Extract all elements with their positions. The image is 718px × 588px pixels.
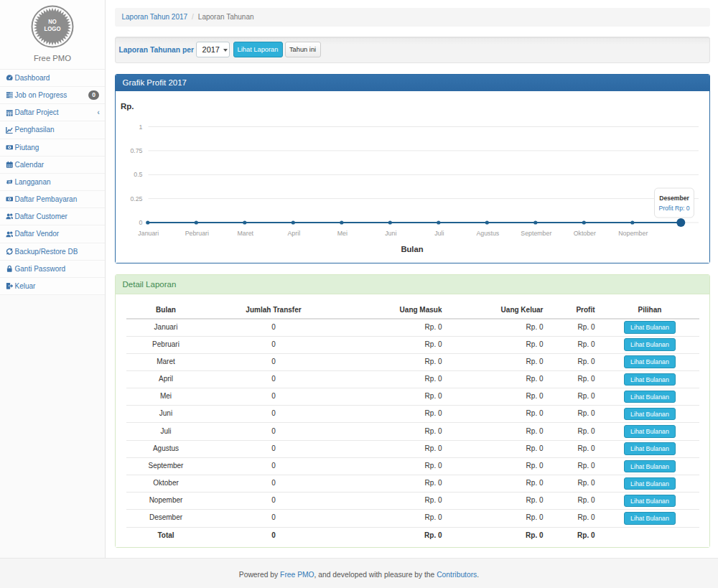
svg-text:Profit Rp: 0: Profit Rp: 0	[658, 204, 689, 211]
svg-text:NO: NO	[48, 17, 57, 25]
svg-text:Nopember: Nopember	[618, 230, 648, 237]
svg-text:Juni: Juni	[385, 230, 396, 237]
svg-text:Rp.: Rp.	[121, 102, 134, 111]
svg-text:0: 0	[139, 219, 142, 226]
svg-text:April: April	[287, 230, 300, 237]
svg-text:0.5: 0.5	[134, 171, 142, 178]
svg-text:LOGO: LOGO	[45, 24, 61, 32]
svg-text:Januari: Januari	[138, 230, 159, 237]
svg-text:Mei: Mei	[337, 230, 347, 237]
svg-text:Maret: Maret	[237, 230, 253, 237]
svg-text:September: September	[521, 230, 551, 237]
svg-text:Oktober: Oktober	[573, 230, 595, 237]
svg-text:1: 1	[139, 123, 142, 130]
svg-text:Pebruari: Pebruari	[185, 230, 208, 237]
svg-text:0.25: 0.25	[130, 195, 142, 202]
svg-text:Desember: Desember	[659, 194, 689, 201]
svg-text:0.75: 0.75	[130, 146, 142, 154]
svg-text:Juli: Juli	[434, 230, 444, 237]
svg-text:Agustus: Agustus	[476, 230, 499, 237]
svg-text:Bulan: Bulan	[401, 245, 423, 253]
